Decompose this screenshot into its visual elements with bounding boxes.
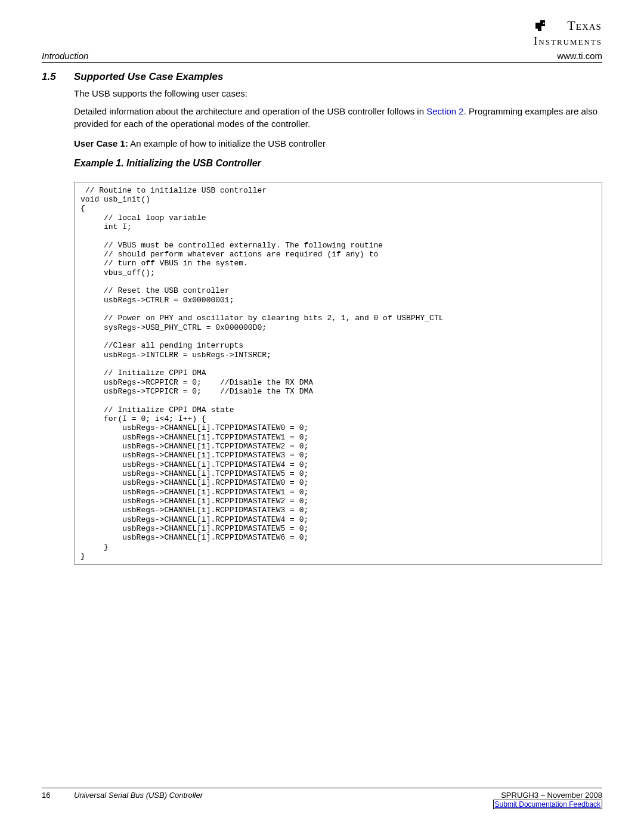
- section-title: Supported Use Case Examples: [74, 71, 223, 83]
- footer-doc-id: SPRUGH3 – November 2008: [501, 791, 602, 800]
- intro-paragraph: The USB supports the following user case…: [74, 88, 602, 100]
- header-url: www.ti.com: [557, 51, 602, 61]
- section-number: 1.5: [42, 71, 74, 83]
- footer-left: 16 Universal Serial Bus (USB) Controller: [42, 791, 203, 809]
- logo-instruments-text: Instruments: [534, 35, 602, 48]
- page-footer: 16 Universal Serial Bus (USB) Controller…: [42, 788, 602, 809]
- footer-right: SPRUGH3 – November 2008 Submit Documenta…: [493, 791, 602, 809]
- detail-text-a: Detailed information about the architect…: [74, 106, 426, 116]
- footer-doc-title: Universal Serial Bus (USB) Controller: [74, 791, 203, 809]
- svg-point-0: [543, 23, 545, 24]
- feedback-link[interactable]: Submit Documentation Feedback: [493, 800, 602, 809]
- footer-page-number: 16: [42, 791, 74, 809]
- user-case-text: An example of how to initialize the USB …: [128, 138, 326, 148]
- ti-logo: Texas Instruments: [534, 18, 602, 48]
- detail-paragraph: Detailed information about the architect…: [74, 106, 602, 130]
- ti-logo-icon: [534, 18, 549, 35]
- code-listing: // Routine to initialize USB controller …: [74, 182, 602, 565]
- header-section-name: Introduction: [42, 51, 88, 61]
- page-header: Introduction www.ti.com: [42, 51, 602, 63]
- example-heading: Example 1. Initializing the USB Controll…: [74, 158, 602, 169]
- section-2-link[interactable]: Section 2: [426, 106, 464, 116]
- user-case-line: User Case 1: An example of how to initia…: [74, 138, 602, 148]
- section-heading: 1.5 Supported Use Case Examples: [42, 71, 602, 83]
- logo-texas-text: Texas: [567, 18, 602, 33]
- user-case-label: User Case 1:: [74, 138, 128, 148]
